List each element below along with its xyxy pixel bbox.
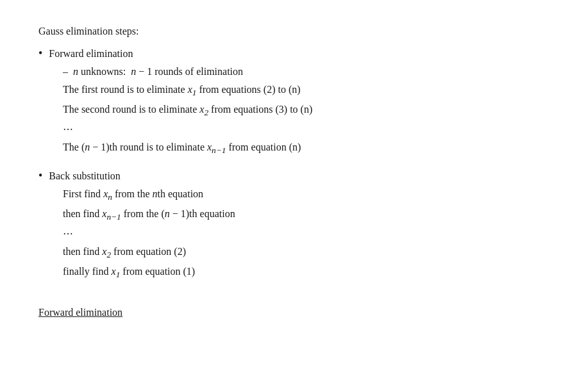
back-sub-content: First find xn from the nth equation then… [38,186,541,282]
content-area: Gauss elimination steps: • Forward elimi… [26,19,553,325]
forward-elimination-link[interactable]: Forward elimination [38,307,122,318]
back-line2: then find xn−1 from the (n − 1)th equati… [63,206,541,224]
math-x1b: x1 [112,266,121,277]
forward-elimination-link-text: Forward elimination [38,307,122,318]
math-n2: n [131,66,136,77]
math-n: n [73,66,78,77]
bullet-dot-1: • [38,47,42,59]
math-nth: n [153,188,158,199]
section-title: Gauss elimination steps: [38,26,541,37]
math-xn: xn [103,188,112,199]
bullet-list: • Forward elimination – n unknowns: n − … [38,47,541,282]
bullet-item-back: • Back substitution First find xn from t… [38,170,541,282]
math-x2b: x2 [102,246,111,257]
math-n4: n [165,208,170,219]
math-xn-1: xn−1 [102,208,121,219]
dash-item: – n unknowns: n − 1 rounds of eliminatio… [63,63,541,80]
bullet-item-forward: • Forward elimination – n unknowns: n − … [38,47,541,158]
back-line1: First find xn from the nth equation [63,186,541,204]
forward-line3: The (n − 1)th round is to eliminate xn−1… [63,139,541,158]
back-line3: then find x2 from equation (2) [63,243,541,262]
bullet-text-forward: Forward elimination [49,48,133,60]
math-xn1: xn−1 [207,142,226,152]
forward-line2: The second round is to eliminate x2 from… [63,101,541,120]
bullet-label-forward: • Forward elimination [38,47,541,60]
back-line4: finally find x1 from equation (1) [63,263,541,282]
bullet-label-back: • Back substitution [38,170,541,182]
forward-ellipsis: ⋯ [63,121,541,138]
math-n3: n [85,142,90,152]
math-x1: x1 [188,84,197,95]
forward-line1: The first round is to eliminate x1 from … [63,81,541,100]
bullet-text-back: Back substitution [49,170,121,182]
back-ellipsis: ⋯ [63,225,541,242]
forward-sub-content: – n unknowns: n − 1 rounds of eliminatio… [38,63,541,158]
bullet-dot-2: • [38,170,42,181]
dash-symbol: – [63,63,68,80]
dash-text: n unknowns: n − 1 rounds of elimination [73,63,243,80]
math-x2: x2 [199,104,208,115]
